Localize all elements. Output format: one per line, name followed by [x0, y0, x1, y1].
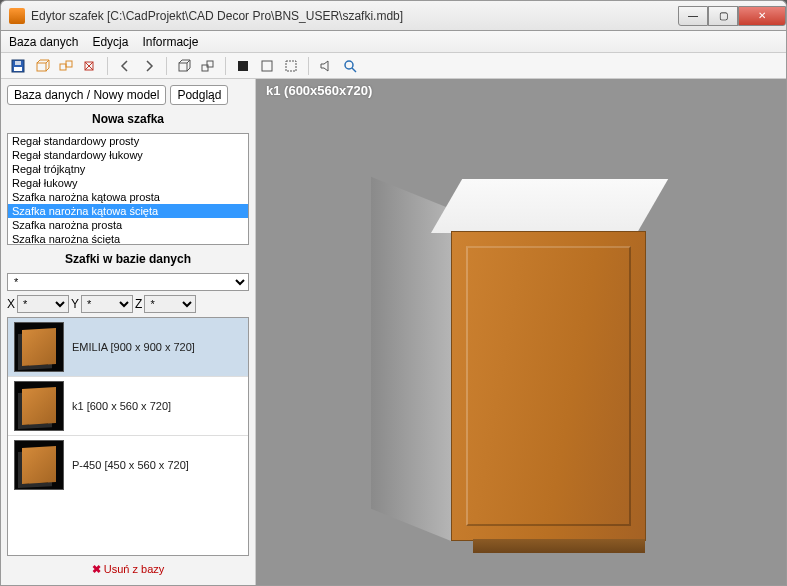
filter-x-select[interactable]: *	[17, 295, 69, 313]
box-cross-icon[interactable]	[79, 56, 101, 76]
type-item[interactable]: Szafka narożna kątowa ścięta	[8, 204, 248, 218]
zoom-icon[interactable]	[339, 56, 361, 76]
db-cabinet-list[interactable]: EMILIA [900 x 900 x 720] k1 [600 x 560 x…	[7, 317, 249, 556]
boxes-icon[interactable]	[55, 56, 77, 76]
app-icon	[9, 8, 25, 24]
menu-database[interactable]: Baza danych	[9, 35, 78, 49]
filter-y-select[interactable]: *	[81, 295, 133, 313]
cube-outline-icon[interactable]	[173, 56, 195, 76]
fill-dashed-icon[interactable]	[280, 56, 302, 76]
svg-rect-5	[66, 61, 72, 67]
3d-viewport[interactable]: k1 (600x560x720)	[256, 79, 786, 585]
db-item-p450[interactable]: P-450 [450 x 560 x 720]	[8, 435, 248, 494]
svg-rect-2	[15, 61, 21, 65]
type-item[interactable]: Regał standardowy łukowy	[8, 148, 248, 162]
svg-rect-3	[37, 63, 46, 71]
menu-edit[interactable]: Edycja	[92, 35, 128, 49]
filter-main-select[interactable]: *	[7, 273, 249, 291]
titlebar: Edytor szafek [C:\CadProjekt\CAD Decor P…	[0, 0, 787, 30]
type-item[interactable]: Szafka narożna ścięta	[8, 232, 248, 245]
svg-rect-1	[14, 67, 22, 71]
toolbar	[1, 53, 786, 79]
type-item[interactable]: Szafka narożna kątowa prosta	[8, 190, 248, 204]
menu-info[interactable]: Informacje	[142, 35, 198, 49]
svg-rect-4	[60, 64, 66, 70]
delete-from-db-button[interactable]: Usuń z bazy	[7, 560, 249, 579]
type-item[interactable]: Szafka narożna prosta	[8, 218, 248, 232]
arrow-left-icon[interactable]	[114, 56, 136, 76]
cabinet-type-list[interactable]: Regał standardowy prosty Regał standardo…	[7, 133, 249, 245]
speaker-icon[interactable]	[315, 56, 337, 76]
thumbnail-icon	[14, 322, 64, 372]
db-item-label: k1 [600 x 560 x 720]	[72, 400, 171, 412]
new-cabinet-header: Nowa szafka	[7, 109, 249, 129]
svg-rect-10	[238, 61, 248, 71]
axis-z-label: Z	[135, 297, 142, 311]
svg-rect-7	[179, 63, 187, 71]
menubar: Baza danych Edycja Informacje	[1, 31, 786, 53]
type-item[interactable]: Regał standardowy prosty	[8, 134, 248, 148]
svg-rect-11	[262, 61, 272, 71]
svg-rect-12	[286, 61, 296, 71]
box-icon[interactable]	[31, 56, 53, 76]
filter-z-select[interactable]: *	[144, 295, 196, 313]
tab-preview[interactable]: Podgląd	[170, 85, 228, 105]
close-button[interactable]: ✕	[738, 6, 786, 26]
cube-stack-icon[interactable]	[197, 56, 219, 76]
save-icon[interactable]	[7, 56, 29, 76]
thumbnail-icon	[14, 381, 64, 431]
fill-solid-icon[interactable]	[232, 56, 254, 76]
db-item-label: EMILIA [900 x 900 x 720]	[72, 341, 195, 353]
thumbnail-icon	[14, 440, 64, 490]
sidebar: Baza danych / Nowy model Podgląd Nowa sz…	[1, 79, 256, 585]
minimize-button[interactable]: —	[678, 6, 708, 26]
cabinet-3d-preview	[391, 179, 671, 549]
arrow-right-icon[interactable]	[138, 56, 160, 76]
db-item-k1[interactable]: k1 [600 x 560 x 720]	[8, 376, 248, 435]
db-item-label: P-450 [450 x 560 x 720]	[72, 459, 189, 471]
maximize-button[interactable]: ▢	[708, 6, 738, 26]
axis-x-label: X	[7, 297, 15, 311]
viewport-label: k1 (600x560x720)	[266, 83, 372, 98]
type-item[interactable]: Regał łukowy	[8, 176, 248, 190]
tab-database-newmodel[interactable]: Baza danych / Nowy model	[7, 85, 166, 105]
window-title: Edytor szafek [C:\CadProjekt\CAD Decor P…	[31, 9, 403, 23]
db-cabinets-header: Szafki w bazie danych	[7, 249, 249, 269]
type-item[interactable]: Regał trójkątny	[8, 162, 248, 176]
fill-none-icon[interactable]	[256, 56, 278, 76]
db-item-emilia[interactable]: EMILIA [900 x 900 x 720]	[8, 318, 248, 376]
svg-point-13	[345, 61, 353, 69]
axis-y-label: Y	[71, 297, 79, 311]
